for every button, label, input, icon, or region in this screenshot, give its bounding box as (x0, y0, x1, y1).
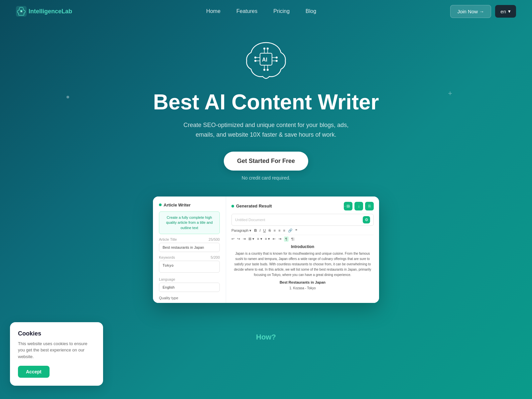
doc-title-field[interactable]: Untitled Document ⚙ (231, 214, 374, 226)
chevron-down-icon: ▾ (508, 8, 511, 14)
deco-dot (66, 96, 69, 98)
keywords-label: Keywords 5/200 (159, 255, 220, 259)
navbar: AI IntelligenceLab Home Features Pricing… (0, 0, 532, 23)
clear-format-button[interactable]: ¶⃠ (291, 237, 295, 241)
undo-button[interactable]: ↩ (231, 237, 234, 241)
article-writer-title: Article Writer (159, 202, 220, 207)
paragraph-select[interactable]: Paragraph ▾ (231, 228, 251, 233)
brand-name: IntelligenceLab (29, 8, 72, 15)
preview-wrapper: Article Writer Create a fully complete h… (146, 197, 386, 303)
article-writer-desc: Create a fully complete high quality art… (159, 211, 220, 234)
content-intro-heading: Introduction (231, 244, 374, 249)
nav-home[interactable]: Home (206, 8, 220, 14)
nav-actions: Join Now → en ▾ (450, 5, 516, 18)
svg-point-8 (254, 60, 256, 62)
hero-section: + AI Best AI Content Writer Create SEO-o… (0, 23, 532, 323)
article-title-input[interactable] (159, 243, 220, 252)
svg-text:AI: AI (21, 11, 23, 13)
align-right-button[interactable]: ≡ (283, 228, 285, 232)
indent-button[interactable]: ⇥ (243, 237, 246, 241)
cookie-text: This website uses cookies to ensure you … (18, 340, 95, 360)
editor-toolbar-row2: ↩ ↪ ⇥ ⊞ ▾ ≡ ▾ ≡ ▾ ⇤ ⇥ ¶ ¶⃠ (231, 236, 374, 242)
share-button[interactable]: ⎘ (365, 202, 374, 210)
download-button[interactable]: ↓ (354, 202, 363, 210)
content-intro-text: Japan is a country that is known for its… (231, 251, 374, 278)
nav-features[interactable]: Features (236, 8, 257, 14)
copy-button[interactable]: ⊞ (344, 202, 352, 210)
lang-label: en (500, 9, 506, 14)
svg-point-16 (267, 48, 269, 50)
svg-point-18 (263, 69, 265, 71)
article-title-label: Article Title 25/500 (159, 237, 220, 241)
generated-result-header: Generated Result ⊞ ↓ ⎘ (231, 202, 374, 210)
italic-button[interactable]: I (259, 228, 260, 232)
doc-settings-button[interactable]: ⚙ (363, 216, 370, 223)
cookie-accept-button[interactable]: Accept (18, 366, 50, 378)
result-actions: ⊞ ↓ ⎘ (344, 202, 374, 210)
preview-card: Article Writer Create a fully complete h… (153, 197, 379, 303)
link-button[interactable]: 🔗 (288, 228, 293, 233)
nav-links: Home Features Pricing Blog (206, 8, 316, 14)
underline-button[interactable]: U (263, 228, 266, 232)
redo-button[interactable]: ↪ (237, 237, 240, 241)
indent2-button[interactable]: ⇥ (278, 237, 281, 241)
cookie-title: Cookies (18, 330, 95, 337)
align-left-button[interactable]: ≡ (274, 228, 276, 232)
hero-subtitle: Create SEO-optimized and unique content … (184, 120, 348, 140)
hero-ai-icon: AI (243, 36, 289, 82)
language-button[interactable]: en ▾ (495, 5, 516, 18)
hero-note: No credit card required. (242, 175, 290, 181)
content-sub-heading: Best Restaurants in Japan (231, 280, 374, 284)
svg-point-20 (267, 69, 269, 71)
logo-icon: AI (16, 6, 27, 17)
svg-point-6 (254, 57, 256, 59)
language-select[interactable]: English French Spanish (159, 283, 220, 292)
nav-pricing[interactable]: Pricing (273, 8, 290, 14)
paragraph-mark[interactable]: ¶ (284, 236, 289, 242)
svg-text:AI: AI (262, 57, 267, 63)
editor-toolbar-row1: Paragraph ▾ B I U S ≡ ≡ ≡ 🔗 ❝ (231, 228, 374, 235)
join-now-button[interactable]: Join Now → (450, 5, 491, 18)
strikethrough-button[interactable]: S (268, 228, 271, 232)
language-label: Language (159, 277, 220, 281)
generated-result-title: Generated Result (231, 203, 272, 208)
align-center-button[interactable]: ≡ (278, 228, 280, 232)
svg-point-14 (263, 48, 265, 50)
content-list-item: 1. Kozasa - Tokyo (231, 286, 374, 291)
get-started-button[interactable]: Get Started For Free (224, 152, 308, 171)
preview-right-panel: Generated Result ⊞ ↓ ⎘ Untitled Document… (226, 197, 379, 303)
bold-button[interactable]: B (254, 228, 257, 232)
bullet-list-button[interactable]: ≡ ▾ (257, 237, 262, 241)
deco-plus-icon: + (448, 89, 452, 98)
nav-blog[interactable]: Blog (306, 8, 316, 14)
outdent-button[interactable]: ⇤ (273, 237, 276, 241)
svg-point-12 (276, 60, 278, 62)
nav-logo[interactable]: AI IntelligenceLab (16, 6, 72, 17)
preview-left-panel: Article Writer Create a fully complete h… (153, 197, 226, 303)
cookie-banner: Cookies This website uses cookies to ens… (10, 322, 103, 386)
quote-button[interactable]: ❝ (295, 228, 297, 233)
quality-type-label: Quality type (159, 296, 220, 300)
article-writer-dot (159, 203, 162, 206)
table-button[interactable]: ⊞ ▾ (248, 237, 254, 241)
svg-point-10 (276, 57, 278, 59)
keywords-input[interactable]: Tokyo (159, 261, 220, 273)
ordered-list-button[interactable]: ≡ ▾ (265, 237, 270, 241)
generated-result-dot (231, 205, 234, 207)
hero-title: Best AI Content Writer (153, 90, 379, 114)
